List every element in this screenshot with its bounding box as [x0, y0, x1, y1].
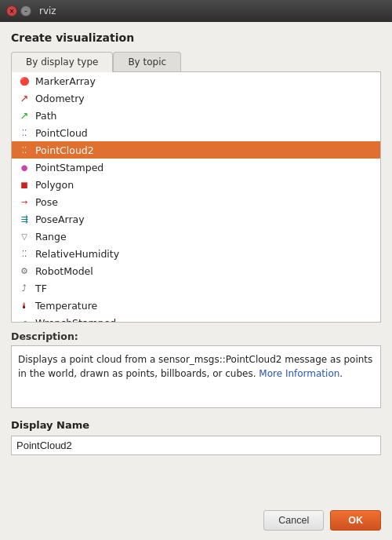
description-period: . — [339, 368, 343, 379]
pointcloud2-label: PointCloud2 — [35, 144, 94, 156]
polygon-label: Polygon — [35, 179, 74, 191]
temperature-icon: 🌡 — [18, 299, 31, 312]
list-item[interactable]: 🔴 MarkerArray — [12, 72, 380, 89]
title-bar: × – rviz — [0, 0, 392, 22]
list-item[interactable]: ■ Polygon — [12, 176, 380, 193]
description-label: Description: — [11, 330, 381, 342]
tf-icon: ⤴ — [18, 282, 31, 294]
posearray-icon: ⇶ — [18, 213, 31, 225]
list-item-selected[interactable]: ⁚⁚ PointCloud2 — [12, 141, 380, 159]
pointcloud2-icon: ⁚⁚ — [18, 144, 31, 156]
pose-label: Pose — [35, 196, 58, 208]
list-item[interactable]: ↗ Path — [12, 107, 380, 124]
tab-display-type[interactable]: By display type — [11, 52, 113, 72]
window-controls: × – — [6, 5, 31, 16]
pointstamped-icon: ● — [18, 161, 31, 173]
robotmodel-icon: ⚙ — [18, 265, 31, 277]
temperature-label: Temperature — [35, 300, 97, 312]
wrenchstamped-icon: ↗ — [18, 316, 31, 323]
description-box: Displays a point cloud from a sensor_msg… — [11, 345, 381, 408]
range-label: Range — [35, 231, 67, 243]
display-name-input[interactable] — [11, 436, 381, 455]
visualization-list[interactable]: 🔴 MarkerArray ↗ Odometry ↗ Path ⁚⁚ Point… — [11, 71, 381, 323]
cancel-button[interactable]: Cancel — [263, 510, 324, 531]
pointcloud-label: PointCloud — [35, 127, 88, 139]
robotmodel-label: RobotModel — [35, 265, 93, 277]
display-name-section: Display Name — [11, 419, 381, 455]
dialog: Create visualization By display type By … — [0, 22, 392, 540]
list-item[interactable]: → Pose — [12, 193, 380, 210]
relativehumidity-icon: ⁚⁚ — [18, 247, 31, 260]
list-item[interactable]: ⇶ PoseArray — [12, 210, 380, 228]
list-item[interactable]: ⚙ RobotModel — [12, 262, 380, 279]
more-information-link[interactable]: More Information — [259, 368, 339, 379]
minimize-icon: – — [24, 8, 27, 15]
path-icon: ↗ — [18, 109, 31, 122]
relativehumidity-label: RelativeHumidity — [35, 248, 119, 260]
pose-icon: → — [18, 195, 31, 208]
odometry-icon: ↗ — [18, 92, 31, 104]
list-item[interactable]: ↗ Odometry — [12, 89, 380, 107]
close-button[interactable]: × — [6, 5, 17, 16]
polygon-icon: ■ — [18, 178, 31, 191]
ok-button[interactable]: OK — [330, 510, 381, 531]
list-item[interactable]: ⁚⁚ PointCloud — [12, 124, 380, 141]
display-name-label: Display Name — [11, 419, 381, 431]
window-title: rviz — [39, 5, 386, 16]
dialog-title: Create visualization — [11, 31, 381, 44]
range-icon: ▽ — [18, 230, 31, 243]
list-item[interactable]: ⁚⁚ RelativeHumidity — [12, 245, 380, 262]
list-item[interactable]: ▽ Range — [12, 228, 380, 245]
list-item[interactable]: ↗ WrenchStamped — [12, 314, 380, 323]
list-item[interactable]: ● PointStamped — [12, 159, 380, 176]
marker-array-label: MarkerArray — [35, 75, 96, 87]
list-item[interactable]: 🌡 Temperature — [12, 297, 380, 314]
buttons-row: Cancel OK — [11, 499, 381, 531]
odometry-label: Odometry — [35, 93, 85, 104]
tf-label: TF — [35, 283, 47, 294]
marker-array-icon: 🔴 — [18, 75, 31, 87]
posearray-label: PoseArray — [35, 213, 85, 225]
minimize-button[interactable]: – — [20, 5, 31, 16]
close-icon: × — [9, 8, 15, 15]
tab-bar: By display type By topic — [11, 52, 381, 72]
path-label: Path — [35, 110, 56, 122]
pointstamped-label: PointStamped — [35, 162, 103, 173]
wrenchstamped-label: WrenchStamped — [35, 317, 116, 323]
tab-by-topic[interactable]: By topic — [113, 52, 181, 72]
pointcloud-icon: ⁚⁚ — [18, 126, 31, 139]
description-section: Description: Displays a point cloud from… — [11, 330, 381, 408]
list-item[interactable]: ⤴ TF — [12, 279, 380, 297]
